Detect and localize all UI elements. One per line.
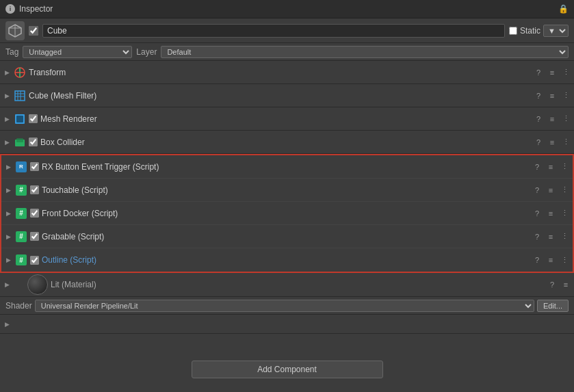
menu-icon-box-collider[interactable]: ⋮ xyxy=(560,137,571,148)
help-icon-mesh-filter[interactable]: ? xyxy=(533,90,544,101)
static-row: Static ▼ xyxy=(509,25,569,37)
expand-material[interactable]: ▶ xyxy=(3,280,11,289)
help-icon-mesh-renderer[interactable]: ? xyxy=(533,114,544,125)
mesh-renderer-label: Mesh Renderer xyxy=(40,114,530,124)
front-docker-icon: # xyxy=(15,207,27,220)
static-dropdown[interactable]: ▼ xyxy=(543,25,569,37)
help-icon-material[interactable]: ? xyxy=(547,279,558,290)
settings-icon-mesh-filter[interactable]: ≡ xyxy=(547,90,558,101)
outline-controls: ? ≡ ⋮ xyxy=(532,254,570,265)
expand-grabable[interactable]: ▶ xyxy=(4,233,12,241)
settings-icon-grabable[interactable]: ≡ xyxy=(545,231,556,242)
mesh-filter-controls: ? ≡ ⋮ xyxy=(533,90,571,101)
layer-label: Layer xyxy=(136,47,157,57)
rx-button-checkbox[interactable] xyxy=(30,162,39,171)
box-collider-checkbox[interactable] xyxy=(29,138,38,146)
grabable-checkbox[interactable] xyxy=(30,232,39,241)
rx-button-label: RX Button Event Trigger (Script) xyxy=(42,162,529,172)
touchable-label: Touchable (Script) xyxy=(42,185,529,195)
expand-rx-button[interactable]: ▶ xyxy=(4,163,12,171)
help-icon-grabable[interactable]: ? xyxy=(532,231,543,242)
box-collider-controls: ? ≡ ⋮ xyxy=(533,137,571,148)
expand-transform[interactable]: ▶ xyxy=(3,68,11,77)
front-docker-controls: ? ≡ ⋮ xyxy=(532,208,570,219)
menu-icon-rx-button[interactable]: ⋮ xyxy=(559,161,570,172)
menu-icon-touchable[interactable]: ⋮ xyxy=(559,185,570,196)
collapse-row[interactable]: ▶ xyxy=(0,315,574,334)
edit-shader-button[interactable]: Edit... xyxy=(537,300,569,312)
grabable-controls: ? ≡ ⋮ xyxy=(532,231,570,242)
tag-label: Tag xyxy=(5,47,18,57)
shader-label: Shader xyxy=(5,301,32,311)
settings-icon-material[interactable]: ≡ xyxy=(560,279,571,290)
component-row-grabable[interactable]: ▶ # Grabable (Script) ? ≡ ⋮ xyxy=(1,225,573,248)
settings-icon-box-collider[interactable]: ≡ xyxy=(547,137,558,148)
front-docker-label: Front Docker (Script) xyxy=(42,209,529,218)
title-bar-title: Inspector xyxy=(19,4,53,14)
expand-outline[interactable]: ▶ xyxy=(4,256,12,264)
settings-icon-rx-button[interactable]: ≡ xyxy=(545,161,556,172)
front-docker-checkbox[interactable] xyxy=(30,209,39,218)
lock-icon[interactable]: 🔒 xyxy=(558,4,569,14)
outline-checkbox[interactable] xyxy=(30,256,39,265)
collapse-icon[interactable]: ▶ xyxy=(3,320,11,328)
component-row-outline[interactable]: ▶ # Outline (Script) ? ≡ ⋮ xyxy=(1,248,573,272)
menu-icon-mesh-renderer[interactable]: ⋮ xyxy=(560,114,571,125)
expand-front-docker[interactable]: ▶ xyxy=(4,209,12,218)
material-name: Lit (Material) xyxy=(51,280,544,289)
expand-box-collider[interactable]: ▶ xyxy=(3,138,11,146)
settings-icon-front-docker[interactable]: ≡ xyxy=(545,208,556,219)
tag-dropdown[interactable]: Untagged xyxy=(23,46,132,58)
component-row-mesh-filter[interactable]: ▶ Cube (Mesh Filter) ? ≡ ⋮ xyxy=(0,84,574,107)
object-name-input[interactable] xyxy=(42,24,505,38)
help-icon-outline[interactable]: ? xyxy=(532,254,543,265)
component-row-transform[interactable]: ▶ Transform ? ≡ ⋮ xyxy=(0,61,574,84)
shader-row: Shader Universal Render Pipeline/Lit Edi… xyxy=(0,296,574,314)
title-bar: i Inspector 🔒 xyxy=(0,0,574,18)
expand-mesh-filter[interactable]: ▶ xyxy=(3,92,11,100)
menu-icon-front-docker[interactable]: ⋮ xyxy=(559,208,570,219)
help-icon-touchable[interactable]: ? xyxy=(532,185,543,196)
grabable-icon: # xyxy=(15,231,27,243)
help-icon-transform[interactable]: ? xyxy=(533,67,544,78)
material-controls: ? ≡ xyxy=(547,279,571,290)
menu-icon-outline[interactable]: ⋮ xyxy=(559,254,570,265)
cube-icon xyxy=(5,21,25,40)
components-list: ▶ Transform ? ≡ ⋮ ▶ Cube (Mesh xyxy=(0,61,574,334)
component-row-box-collider[interactable]: ▶ Box Collider ? ≡ ⋮ xyxy=(0,131,574,154)
expand-mesh-renderer[interactable]: ▶ xyxy=(3,115,11,123)
static-checkbox[interactable] xyxy=(509,27,517,35)
touchable-checkbox[interactable] xyxy=(30,185,39,194)
static-label: Static xyxy=(520,26,540,36)
svg-rect-12 xyxy=(16,116,23,122)
component-row-rx-button[interactable]: ▶ R RX Button Event Trigger (Script) ? ≡… xyxy=(1,155,573,179)
highlighted-components-group: ▶ R RX Button Event Trigger (Script) ? ≡… xyxy=(0,154,574,273)
material-ball xyxy=(27,274,48,295)
mesh-renderer-icon xyxy=(14,113,26,125)
component-row-touchable[interactable]: ▶ # Touchable (Script) ? ≡ ⋮ xyxy=(1,179,573,202)
component-row-mesh-renderer[interactable]: ▶ Mesh Renderer ? ≡ ⋮ xyxy=(0,107,574,131)
settings-icon-touchable[interactable]: ≡ xyxy=(545,185,556,196)
menu-icon-transform[interactable]: ⋮ xyxy=(560,67,571,78)
menu-icon-mesh-filter[interactable]: ⋮ xyxy=(560,90,571,101)
component-row-front-docker[interactable]: ▶ # Front Docker (Script) ? ≡ ⋮ xyxy=(1,202,573,225)
shader-dropdown[interactable]: Universal Render Pipeline/Lit xyxy=(35,300,534,312)
box-collider-label: Box Collider xyxy=(40,138,530,147)
mesh-renderer-checkbox[interactable] xyxy=(29,114,38,123)
rx-button-controls: ? ≡ ⋮ xyxy=(532,161,570,172)
settings-icon-outline[interactable]: ≡ xyxy=(545,254,556,265)
tag-layer-row: Tag Untagged Layer Default xyxy=(0,43,574,61)
settings-icon-mesh-renderer[interactable]: ≡ xyxy=(547,114,558,125)
add-component-button[interactable]: Add Component xyxy=(192,361,383,378)
menu-icon-grabable[interactable]: ⋮ xyxy=(559,231,570,242)
help-icon-front-docker[interactable]: ? xyxy=(532,208,543,219)
outline-label: Outline (Script) xyxy=(42,255,529,265)
expand-touchable[interactable]: ▶ xyxy=(4,186,12,194)
help-icon-box-collider[interactable]: ? xyxy=(533,137,544,148)
box-collider-icon xyxy=(14,136,26,148)
object-header: Static ▼ xyxy=(0,18,574,43)
settings-icon-transform[interactable]: ≡ xyxy=(547,67,558,78)
help-icon-rx-button[interactable]: ? xyxy=(532,161,543,172)
layer-dropdown[interactable]: Default xyxy=(161,46,569,58)
object-active-checkbox[interactable] xyxy=(29,26,38,36)
